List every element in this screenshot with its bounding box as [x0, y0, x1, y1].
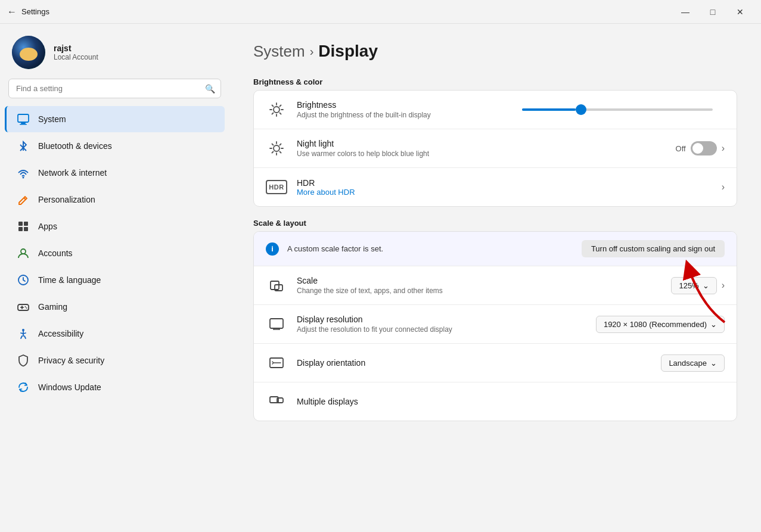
- resolution-dropdown[interactable]: 1920 × 1080 (Recommended) ⌄: [596, 316, 725, 333]
- resolution-row[interactable]: Display resolution Adjust the resolution…: [254, 305, 737, 344]
- resolution-text: Display resolution Adjust the resolution…: [297, 315, 586, 334]
- brightness-row[interactable]: Brightness Adjust the brightness of the …: [254, 91, 737, 129]
- svg-line-29: [280, 152, 281, 153]
- title-bar: ← Settings — □ ✕: [0, 0, 761, 24]
- svg-line-20: [280, 113, 281, 114]
- sidebar-item-personalization[interactable]: Personalization: [5, 186, 225, 213]
- sidebar-item-time[interactable]: Time & language: [5, 267, 225, 293]
- svg-rect-4: [18, 222, 23, 226]
- system-icon: [17, 113, 30, 126]
- hdr-row[interactable]: HDR HDR More about HDR ›: [254, 168, 737, 206]
- apps-icon: [17, 220, 30, 233]
- accessibility-icon: [17, 327, 30, 340]
- brightness-text: Brightness Adjust the brightness of the …: [297, 100, 512, 119]
- search-input[interactable]: [8, 79, 221, 98]
- update-icon: [17, 381, 30, 394]
- svg-line-31: [272, 152, 274, 153]
- svg-point-23: [274, 145, 279, 151]
- sidebar-item-label-bluetooth: Bluetooth & devices: [38, 141, 112, 151]
- night-light-title: Night light: [297, 139, 666, 148]
- network-icon: [17, 166, 30, 179]
- breadcrumb-system[interactable]: System: [253, 42, 305, 61]
- section-brightness-title: Brightness & color: [253, 77, 737, 86]
- search-box: 🔍: [8, 79, 221, 98]
- slider-fill: [522, 108, 576, 111]
- scale-dropdown[interactable]: 125% ⌄: [671, 277, 716, 294]
- svg-rect-6: [18, 227, 23, 231]
- sidebar-item-label-update: Windows Update: [38, 382, 101, 392]
- info-icon: i: [266, 242, 279, 256]
- turn-off-scaling-button[interactable]: Turn off custom scaling and sign out: [582, 240, 725, 257]
- section-scale-title: Scale & layout: [253, 219, 737, 228]
- hdr-badge: HDR: [266, 180, 287, 194]
- night-light-chevron: ›: [722, 143, 725, 154]
- resolution-desc: Adjust the resolution to fit your connec…: [297, 325, 586, 334]
- sidebar-item-label-personalization: Personalization: [38, 195, 95, 204]
- close-button[interactable]: ✕: [726, 0, 754, 24]
- night-light-row[interactable]: Night light Use warmer colors to help bl…: [254, 129, 737, 168]
- sidebar-item-label-time: Time & language: [38, 275, 101, 285]
- sidebar-item-system[interactable]: System: [5, 106, 225, 132]
- bluetooth-icon: [17, 139, 30, 153]
- minimize-button[interactable]: —: [672, 0, 699, 24]
- orientation-row[interactable]: Display orientation Landscape ⌄: [254, 344, 737, 382]
- sidebar-item-update[interactable]: Windows Update: [5, 374, 225, 400]
- app-body: rajst Local Account 🔍 System B: [0, 24, 761, 532]
- scale-dropdown-chevron: ⌄: [703, 281, 709, 290]
- maximize-button[interactable]: □: [699, 0, 726, 24]
- orientation-icon: [266, 352, 287, 374]
- sidebar-item-label-accounts: Accounts: [38, 248, 73, 258]
- user-profile[interactable]: rajst Local Account: [0, 24, 229, 79]
- title-bar-left: ← Settings: [7, 7, 49, 17]
- user-name: rajst: [54, 43, 98, 53]
- sidebar-item-bluetooth[interactable]: Bluetooth & devices: [5, 133, 225, 159]
- multiple-displays-row[interactable]: Multiple displays: [254, 382, 737, 421]
- resolution-right: 1920 × 1080 (Recommended) ⌄: [596, 316, 725, 333]
- user-info: rajst Local Account: [54, 43, 98, 61]
- slider-track[interactable]: [522, 108, 713, 111]
- svg-rect-0: [18, 114, 29, 122]
- hdr-title: HDR: [297, 178, 712, 188]
- scale-chevron: ›: [722, 280, 725, 291]
- brightness-title: Brightness: [297, 100, 512, 110]
- sidebar-item-label-apps: Apps: [38, 222, 57, 231]
- orientation-text: Display orientation: [297, 358, 651, 368]
- title-bar-controls: — □ ✕: [672, 0, 754, 24]
- sidebar-item-network[interactable]: Network & internet: [5, 160, 225, 186]
- sidebar-item-label-privacy: Privacy & security: [38, 356, 104, 365]
- brightness-color-group: Brightness Adjust the brightness of the …: [253, 90, 737, 207]
- sidebar-item-gaming[interactable]: Gaming: [5, 294, 225, 320]
- svg-line-30: [280, 144, 281, 145]
- scale-value: 125%: [679, 281, 698, 290]
- svg-point-8: [21, 249, 26, 254]
- orientation-dropdown-chevron: ⌄: [710, 359, 717, 368]
- night-light-toggle[interactable]: [691, 141, 717, 155]
- sidebar-item-accessibility[interactable]: Accessibility: [5, 321, 225, 347]
- night-light-text: Night light Use warmer colors to help bl…: [297, 139, 666, 158]
- accounts-icon: [17, 247, 30, 260]
- svg-rect-7: [24, 227, 28, 231]
- night-light-status: Off: [676, 144, 686, 153]
- hdr-text: HDR More about HDR: [297, 178, 712, 197]
- sidebar-item-apps[interactable]: Apps: [5, 213, 225, 239]
- scale-title: Scale: [297, 276, 661, 285]
- hdr-link[interactable]: More about HDR: [297, 188, 712, 197]
- orientation-dropdown[interactable]: Landscape ⌄: [661, 354, 725, 372]
- svg-point-3: [23, 177, 24, 179]
- banner-text: A custom scale factor is set.: [287, 244, 573, 253]
- scale-desc: Change the size of text, apps, and other…: [297, 287, 661, 295]
- time-icon: [17, 273, 30, 287]
- multiple-displays-title: Multiple displays: [297, 397, 725, 406]
- resolution-value: 1920 × 1080 (Recommended): [604, 320, 707, 329]
- back-icon[interactable]: ←: [7, 7, 17, 17]
- nav-list: System Bluetooth & devices Network & int…: [0, 105, 229, 401]
- multiple-displays-icon: [266, 391, 287, 412]
- slider-thumb[interactable]: [576, 104, 586, 115]
- breadcrumb: System › Display: [253, 42, 737, 61]
- brightness-slider[interactable]: [522, 108, 713, 111]
- scale-right: 125% ⌄ ›: [671, 277, 725, 294]
- gaming-icon: [17, 300, 30, 313]
- sidebar-item-privacy[interactable]: Privacy & security: [5, 347, 225, 374]
- scale-row[interactable]: Scale Change the size of text, apps, and…: [254, 266, 737, 305]
- sidebar-item-accounts[interactable]: Accounts: [5, 240, 225, 266]
